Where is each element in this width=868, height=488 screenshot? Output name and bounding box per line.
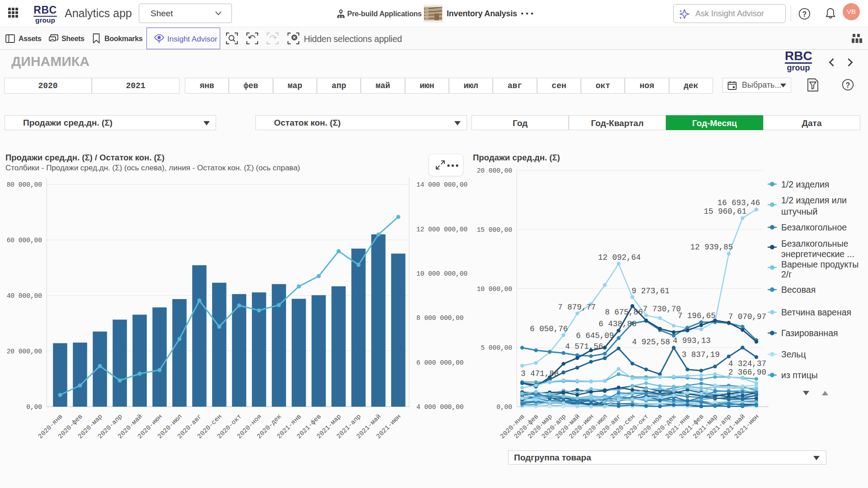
svg-text:из птицы: из птицы [781,370,818,380]
svg-text:штучный: штучный [781,206,817,216]
svg-text:Газированная: Газированная [781,328,838,338]
svg-text:7 730,70: 7 730,70 [643,305,681,314]
svg-text:Зельц: Зельц [781,349,806,359]
svg-text:10 000,00: 10 000,00 [477,286,512,293]
svg-text:80 000,00: 80 000,00 [7,181,42,188]
svg-text:6 000 000,00: 6 000 000,00 [416,359,463,366]
svg-text:8 675,86: 8 675,86 [605,308,643,317]
svg-text:6 645,09: 6 645,09 [576,331,614,340]
svg-text:15 960,61: 15 960,61 [704,207,747,216]
svg-text:10 000 000,00: 10 000 000,00 [416,270,467,277]
svg-text:2/г: 2/г [781,269,792,279]
svg-text:Ветчина вареная: Ветчина вареная [781,307,851,317]
svg-text:14 000 000,00: 14 000 000,00 [416,181,467,188]
svg-text:40 000,00: 40 000,00 [7,292,42,300]
svg-text:1/2 изделия или: 1/2 изделия или [781,195,847,205]
svg-text:Вареные продукты: Вареные продукты [781,259,859,269]
svg-text:5 000,00: 5 000,00 [481,344,512,352]
svg-text:0,00: 0,00 [26,404,42,411]
svg-text:Безалкогольное: Безалкогольное [781,222,847,232]
svg-text:60 000,00: 60 000,00 [7,237,42,244]
svg-text:7 879,77: 7 879,77 [558,303,596,312]
svg-text:4 000 000,00: 4 000 000,00 [416,404,463,411]
svg-text:4 571,56: 4 571,56 [565,342,603,351]
svg-text:6 438,86: 6 438,86 [599,319,637,328]
svg-text:Безалкогольные: Безалкогольные [781,239,848,249]
svg-text:3 471,88: 3 471,88 [521,369,559,378]
svg-text:4 925,58: 4 925,58 [632,338,670,347]
svg-text:7 070,97: 7 070,97 [728,312,766,321]
svg-text:16 693,46: 16 693,46 [717,198,760,207]
svg-text:энергетические ...: энергетические ... [781,249,854,259]
svg-text:7 196,65: 7 196,65 [678,311,716,320]
svg-text:6 050,76: 6 050,76 [530,324,568,333]
svg-text:15 000,00: 15 000,00 [477,226,512,234]
svg-text:2 366,90: 2 366,90 [728,368,766,377]
svg-text:12 000 000,00: 12 000 000,00 [416,226,467,233]
svg-text:20 000,00: 20 000,00 [477,167,512,174]
svg-text:?: ? [802,10,807,18]
svg-text:4 993,13: 4 993,13 [673,336,711,345]
svg-text:0,00: 0,00 [496,404,512,411]
svg-text:12 092,64: 12 092,64 [598,253,641,262]
svg-text:3 837,19: 3 837,19 [682,350,720,359]
svg-text:?: ? [846,81,850,89]
svg-text:12 939,85: 12 939,85 [690,243,733,252]
svg-text:8 000 000,00: 8 000 000,00 [416,314,463,322]
svg-text:9 273,61: 9 273,61 [632,286,670,296]
svg-text:1/2 изделия: 1/2 изделия [781,179,829,189]
svg-text:Весовая: Весовая [781,285,816,295]
svg-text:4 324,37: 4 324,37 [728,359,766,368]
svg-text:20 000,00: 20 000,00 [7,348,42,355]
